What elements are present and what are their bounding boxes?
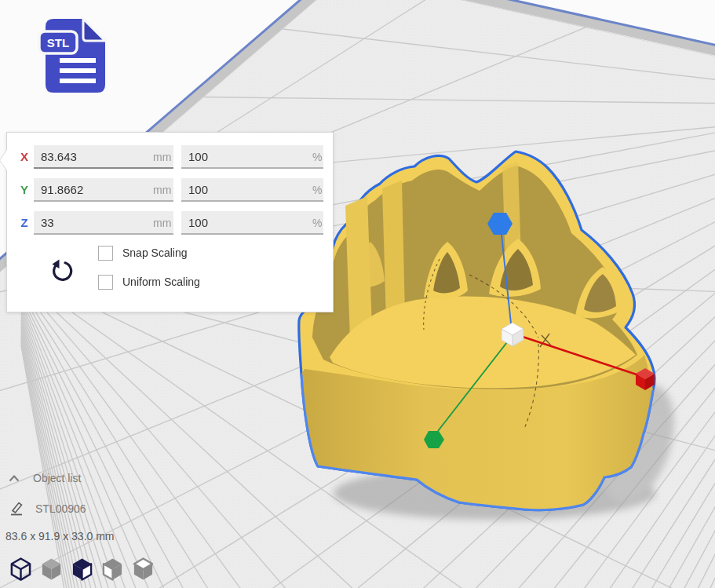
view-top-button[interactable] [132, 557, 155, 583]
camera-view-toolbar [9, 557, 155, 583]
pencil-icon [9, 502, 24, 516]
stl-badge-label: STL [47, 36, 69, 49]
scale-z-percent-input[interactable] [181, 211, 323, 235]
object-list-title: Object list [33, 472, 81, 484]
model-dimensions-readout: 83.6 x 91.9 x 33.0 mm [5, 530, 115, 542]
object-item-name: STL00906 [35, 502, 86, 515]
scale-z-mm-input[interactable] [34, 211, 173, 235]
stl-doc-fold [83, 19, 105, 41]
axis-x-label: X [19, 150, 30, 163]
chevron-up-icon [8, 474, 20, 483]
object-list-item[interactable]: STL00906 [9, 502, 86, 516]
axis-z-label: Z [19, 216, 30, 229]
panel-pointer-arrow [0, 150, 7, 170]
view-front-button[interactable] [71, 557, 93, 583]
uniform-scaling-checkbox[interactable] [98, 275, 113, 290]
snap-scaling-checkbox[interactable] [98, 246, 113, 261]
view-left-button[interactable] [101, 557, 124, 583]
scale-tool-panel: X mm % Y mm % Z mm % Snap Scaling Unifor… [6, 132, 334, 312]
object-list-toggle[interactable]: Object list [8, 472, 81, 484]
stl-file-icon: STL [35, 16, 110, 96]
scale-y-mm-input[interactable] [34, 178, 173, 202]
snap-scaling-label: Snap Scaling [122, 247, 188, 259]
axis-y-label: Y [19, 183, 30, 196]
scale-y-percent-input[interactable] [181, 178, 323, 202]
reset-scale-button[interactable] [48, 258, 76, 287]
scale-x-mm-input[interactable] [34, 145, 173, 169]
view-3d-button[interactable] [9, 557, 32, 583]
model-wall-face [382, 181, 405, 322]
uniform-scaling-label: Uniform Scaling [122, 276, 200, 288]
scale-x-percent-input[interactable] [181, 145, 323, 169]
view-solid-button[interactable] [40, 557, 63, 583]
